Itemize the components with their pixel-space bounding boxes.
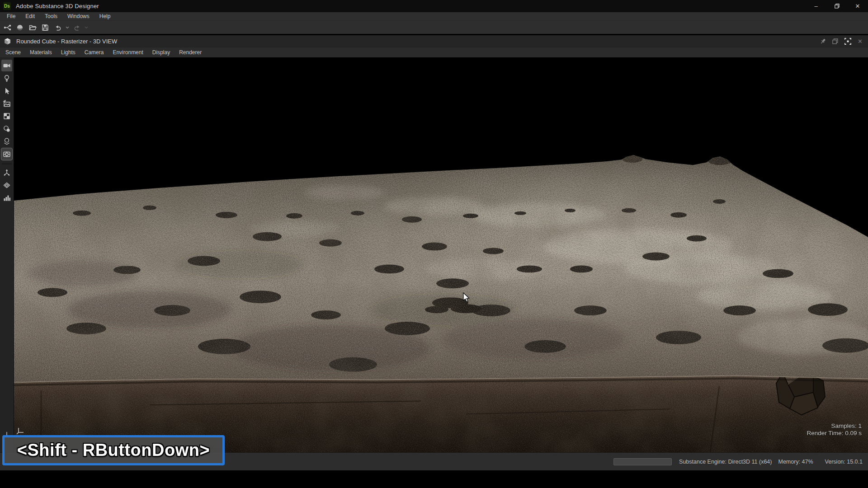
menu-edit[interactable]: Edit xyxy=(20,13,40,19)
material-spheres-icon[interactable] xyxy=(1,123,12,135)
main-toolbar xyxy=(0,20,868,34)
divider xyxy=(2,163,12,164)
pointer-icon[interactable] xyxy=(1,85,12,97)
panel-menu-environment[interactable]: Environment xyxy=(108,49,147,56)
lightbulb-icon[interactable] xyxy=(1,72,12,84)
minimize-button[interactable]: – xyxy=(806,0,826,12)
cube-icon xyxy=(4,38,11,45)
menu-help[interactable]: Help xyxy=(94,13,116,19)
close-icon[interactable]: ✕ xyxy=(858,38,863,45)
engine-status: Substance Engine: Direct3D 11 (x64) xyxy=(679,459,772,465)
window-controls: – ✕ xyxy=(806,0,868,12)
mouse-cursor xyxy=(463,292,470,302)
application-window: Ds Adobe Substance 3D Designer – ✕ File … xyxy=(0,0,868,488)
axis-gizmo-icon[interactable] xyxy=(16,426,26,436)
restore-button[interactable] xyxy=(826,0,847,12)
restore-panel-icon[interactable] xyxy=(832,38,838,44)
window-title: Adobe Substance 3D Designer xyxy=(16,3,99,9)
redo-dropdown-icon[interactable] xyxy=(84,22,89,33)
render-stats: Samples: 1 Render Time: 0.09 s xyxy=(807,422,862,437)
sphere-icon[interactable] xyxy=(14,22,25,33)
memory-status: Memory: 47% xyxy=(778,459,813,465)
title-bar: Ds Adobe Substance 3D Designer – ✕ xyxy=(0,0,868,12)
display-camera-icon[interactable] xyxy=(1,60,12,71)
environment-image-icon[interactable] xyxy=(1,98,12,109)
keypress-overlay: <Shift - RButtonDown> xyxy=(2,435,225,465)
render-time-readout: Render Time: 0.09 s xyxy=(807,430,862,437)
pin-icon[interactable] xyxy=(820,38,826,45)
panel-menu-camera[interactable]: Camera xyxy=(80,49,108,56)
menu-bar: File Edit Tools Windows Help xyxy=(0,12,868,20)
bottom-black-strip xyxy=(0,470,868,488)
histogram-icon[interactable] xyxy=(1,192,12,204)
geometry-diamond-icon[interactable] xyxy=(1,179,12,191)
undo-icon[interactable] xyxy=(52,22,63,33)
3d-viewport[interactable]: Samples: 1 Render Time: 0.09 s xyxy=(14,57,868,452)
menu-tools[interactable]: Tools xyxy=(40,13,62,19)
3d-view-menu-bar: Scene Materials Lights Camera Environmen… xyxy=(0,47,868,57)
panel-header-icons: ✕ xyxy=(820,38,868,45)
3d-view-panel-header[interactable]: Rounded Cube - Rasterizer - 3D VIEW ✕ xyxy=(0,35,868,47)
render-settings-icon[interactable] xyxy=(1,148,12,160)
main-area: Samples: 1 Render Time: 0.09 s xyxy=(0,57,868,452)
app-logo-icon: Ds xyxy=(3,2,11,10)
close-button[interactable]: ✕ xyxy=(847,0,868,12)
panel-menu-renderer[interactable]: Renderer xyxy=(175,49,206,56)
panel-title: Rounded Cube - Rasterizer - 3D VIEW xyxy=(16,38,117,45)
3d-viewport-render xyxy=(14,57,868,452)
progress-bar xyxy=(613,458,672,465)
panel-menu-materials[interactable]: Materials xyxy=(25,49,57,56)
texture-checker-icon[interactable] xyxy=(1,110,12,122)
undo-dropdown-icon[interactable] xyxy=(65,22,70,33)
open-folder-icon[interactable] xyxy=(27,22,38,33)
save-icon[interactable] xyxy=(40,22,51,33)
focus-icon[interactable] xyxy=(844,38,852,45)
version-status: Version: 15.0.1 xyxy=(825,459,863,465)
menu-windows[interactable]: Windows xyxy=(62,13,94,19)
menu-file[interactable]: File xyxy=(2,13,20,19)
panel-menu-scene[interactable]: Scene xyxy=(1,49,25,56)
sphere-drop-icon[interactable] xyxy=(1,136,12,147)
graph-link-icon[interactable] xyxy=(2,22,13,33)
redo-icon[interactable] xyxy=(71,22,82,33)
panel-menu-display[interactable]: Display xyxy=(148,49,175,56)
restore-icon xyxy=(835,4,840,9)
samples-readout: Samples: 1 xyxy=(807,422,862,430)
viewport-toolbar xyxy=(0,57,14,452)
transform-axes-icon[interactable] xyxy=(1,167,12,178)
keypress-overlay-text: <Shift - RButtonDown> xyxy=(17,441,210,460)
panel-menu-lights[interactable]: Lights xyxy=(57,49,80,56)
